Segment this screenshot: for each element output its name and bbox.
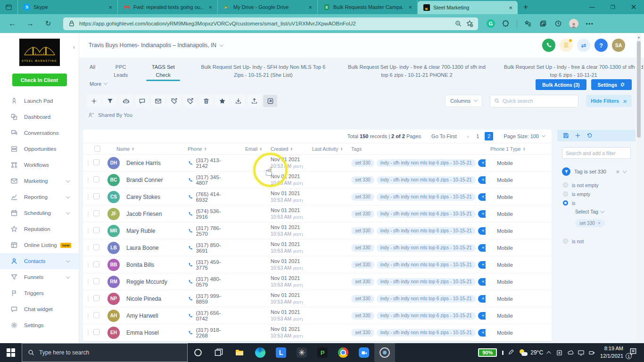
- contact-name[interactable]: Laura Boone: [126, 245, 184, 251]
- contact-name[interactable]: Amy Harwell: [126, 313, 184, 319]
- smart-list-tab-4[interactable]: Bulk Request Set Up- Indy - SFH Indy Non…: [196, 63, 330, 79]
- zoom-app-icon[interactable]: [354, 343, 374, 362]
- row-menu-icon[interactable]: ⋮: [83, 278, 93, 285]
- contact-phone[interactable]: (317) 918-2268: [184, 327, 231, 338]
- sidebar-item-conversations[interactable]: Conversations: [0, 125, 79, 141]
- row-menu-icon[interactable]: ⋮: [83, 261, 93, 268]
- sidebar-item-reputation[interactable]: Reputation: [0, 221, 79, 237]
- column-header-created[interactable]: Created▲▼: [264, 146, 306, 152]
- pen-input-icon[interactable]: [508, 348, 514, 357]
- scrollbar-thumb[interactable]: [637, 41, 641, 138]
- row-menu-icon[interactable]: ⋮: [83, 159, 93, 166]
- sort-icon[interactable]: ▲▼: [340, 147, 343, 151]
- row-checkbox[interactable]: [93, 159, 99, 165]
- radio-unselected-icon[interactable]: [563, 239, 568, 244]
- profile-avatar[interactable]: [569, 19, 578, 28]
- row-menu-icon[interactable]: ⋮: [83, 295, 93, 302]
- contact-name[interactable]: Denice Harris: [126, 160, 184, 166]
- hide-filters-button[interactable]: Hide Filters ×: [586, 95, 632, 107]
- page-scrollbar[interactable]: ▲: [636, 34, 641, 342]
- add-tag-button[interactable]: [167, 95, 181, 107]
- sort-icon[interactable]: ▲▼: [132, 147, 134, 151]
- extension-icon[interactable]: [502, 19, 510, 28]
- automation-button[interactable]: [119, 95, 133, 107]
- smart-list-tab-3[interactable]: TAGS Set Check: [146, 63, 180, 81]
- more-tags-button[interactable]: +1▼: [478, 193, 486, 201]
- row-checkbox[interactable]: [93, 312, 99, 318]
- contact-phone[interactable]: (317) 999-8859: [184, 293, 231, 304]
- bulk-actions-button[interactable]: Bulk Actions (3): [536, 79, 586, 90]
- close-tab-icon[interactable]: ×: [207, 4, 214, 11]
- browser-menu-icon[interactable]: ⋯: [585, 19, 594, 28]
- display-connect-icon[interactable]: [578, 349, 585, 356]
- row-menu-icon[interactable]: ⋮: [83, 193, 93, 200]
- filter-button[interactable]: [103, 95, 117, 107]
- edge-browser-icon[interactable]: [250, 343, 271, 362]
- forward-button[interactable]: →: [23, 17, 38, 30]
- contact-name[interactable]: Carey Stokes: [126, 194, 184, 200]
- settings-button[interactable]: Settings: [591, 79, 632, 90]
- power-plug-icon[interactable]: [588, 349, 595, 356]
- sidebar-item-dashboard[interactable]: Dashboard: [0, 109, 79, 125]
- sort-icon[interactable]: ▲▼: [204, 147, 206, 151]
- more-tags-button[interactable]: +1▼: [478, 295, 486, 303]
- row-menu-icon[interactable]: ⋮: [83, 227, 93, 234]
- taskbar-search[interactable]: Type here to search: [22, 343, 188, 362]
- start-button[interactable]: [0, 343, 22, 362]
- smart-list-tab-6[interactable]: Bulk Request Set Up - Indy - free & clea…: [503, 63, 644, 79]
- zoom-out-icon[interactable]: [454, 20, 462, 27]
- taskbar-clock[interactable]: 8:19 AM 12/1/2021: [600, 345, 623, 360]
- browser-tab-steel-marketing[interactable]: ▄Steel Marketing×: [418, 1, 518, 14]
- row-checkbox[interactable]: [93, 278, 99, 284]
- contact-name[interactable]: Nicole Pineda: [126, 296, 184, 302]
- chevron-down-icon[interactable]: [623, 169, 627, 173]
- snip-tool-icon[interactable]: [556, 349, 563, 356]
- scroll-up-arrow[interactable]: ▲: [636, 34, 641, 40]
- app-flower-icon[interactable]: ✳: [291, 343, 312, 362]
- sidebar-item-opportunities[interactable]: Opportunities: [0, 141, 79, 157]
- row-checkbox[interactable]: [93, 210, 99, 216]
- minimize-button[interactable]: —: [582, 0, 603, 14]
- radio-unselected-icon[interactable]: [563, 191, 568, 197]
- back-button[interactable]: ←: [5, 17, 20, 30]
- row-checkbox[interactable]: [93, 193, 99, 199]
- filter-option-is[interactable]: is: [563, 198, 636, 207]
- close-tab-icon[interactable]: ×: [107, 4, 114, 11]
- sidebar-item-launch-pad[interactable]: Launch Pad: [0, 93, 79, 109]
- browser-tab-bulk-requests-master-campa-[interactable]: Bulk Requests Master Campa...×: [318, 0, 418, 14]
- restore-button[interactable]: ❐: [603, 0, 623, 14]
- column-header-email[interactable]: Email▲▼: [231, 146, 264, 152]
- remove-filter-icon[interactable]: ×: [616, 168, 619, 175]
- import-button[interactable]: [231, 95, 245, 107]
- export-button[interactable]: [247, 95, 261, 107]
- quick-search-input[interactable]: [503, 98, 574, 104]
- sort-icon[interactable]: ▲▼: [290, 147, 293, 151]
- more-tags-button[interactable]: +1▼: [478, 261, 486, 269]
- contact-name[interactable]: Mary Ruble: [126, 228, 184, 234]
- browser-tab-fwd-repeated-texts-going-ou-[interactable]: Fwd: repeated texts going ou..×: [118, 0, 218, 14]
- close-tab-icon[interactable]: ×: [507, 4, 514, 11]
- sort-icon[interactable]: ▲▼: [523, 147, 526, 151]
- filter-option-is-not-empty[interactable]: is not empty: [563, 181, 636, 189]
- sidebar-item-online-listing[interactable]: Online Listingnew: [0, 237, 79, 253]
- radio-unselected-icon[interactable]: [563, 182, 568, 188]
- row-menu-icon[interactable]: ⋮: [83, 244, 93, 251]
- go-to-first-button[interactable]: Go To First: [431, 133, 457, 139]
- radio-selected-icon[interactable]: [563, 200, 568, 206]
- remove-tag-button[interactable]: [183, 95, 197, 107]
- sort-icon[interactable]: ▲▼: [259, 147, 262, 151]
- sidebar-item-chat-widget[interactable]: Chat widget: [0, 301, 79, 317]
- more-tags-button[interactable]: +1▼: [478, 210, 486, 218]
- select-all-checkbox[interactable]: [94, 146, 100, 152]
- browser-tab-my-drive-google-drive[interactable]: My Drive - Google Drive×: [218, 0, 318, 14]
- location-selector[interactable]: Travis Buys Homes- Indianapolis – Indian…: [89, 42, 223, 49]
- add-filter-icon[interactable]: [575, 132, 581, 139]
- contact-name[interactable]: Emma Hosel: [126, 329, 184, 336]
- contact-phone[interactable]: (317) 850-3691: [184, 242, 231, 254]
- contact-phone[interactable]: (317) 413-2142: [184, 157, 231, 169]
- switch-account-button[interactable]: ⇄: [577, 39, 590, 52]
- row-menu-icon[interactable]: ⋮: [83, 329, 93, 336]
- row-checkbox[interactable]: [93, 295, 99, 301]
- tasks-button[interactable]: ☰: [560, 39, 573, 52]
- favorite-button[interactable]: [215, 95, 229, 107]
